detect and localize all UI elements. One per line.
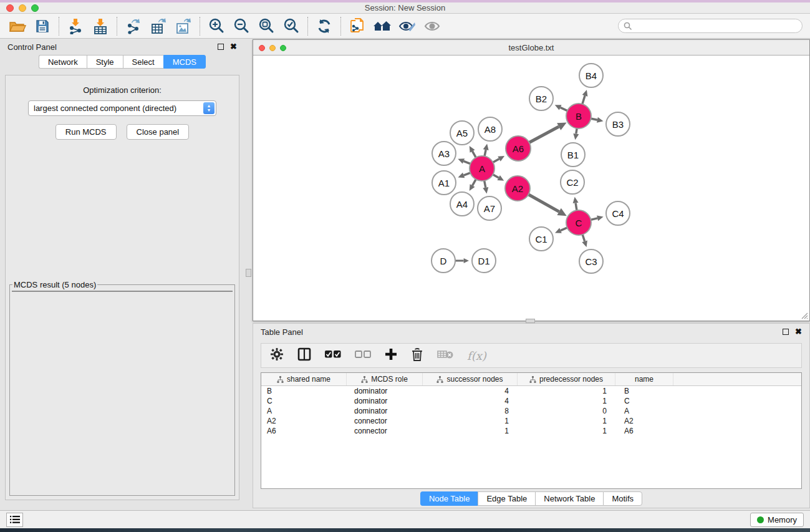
- vertical-divider-grip[interactable]: [246, 269, 251, 277]
- table-cell[interactable]: connector: [347, 426, 423, 436]
- zoom-in-button[interactable]: [204, 16, 229, 37]
- table-row[interactable]: Cdominator41C: [261, 396, 801, 406]
- show-all-networks-button[interactable]: [370, 16, 395, 37]
- optimization-criterion-select[interactable]: largest connected component (directed) ▲…: [28, 100, 216, 116]
- export-image-button[interactable]: [171, 16, 196, 37]
- show-graphics-details-button[interactable]: [420, 16, 445, 37]
- close-panel-icon[interactable]: ✖: [230, 44, 237, 50]
- table-row[interactable]: Bdominator41B: [261, 386, 801, 396]
- unselect-all-columns-button[interactable]: [355, 350, 371, 361]
- table-cell[interactable]: dominator: [347, 406, 423, 416]
- zoom-window-button[interactable]: [31, 4, 39, 12]
- table-cell[interactable]: 1: [518, 426, 615, 436]
- search-input[interactable]: [635, 22, 797, 31]
- control-tab-select[interactable]: Select: [123, 55, 163, 69]
- table-cell[interactable]: 4: [423, 386, 518, 396]
- memory-button[interactable]: Memory: [750, 513, 804, 527]
- delete-columns-button[interactable]: [411, 347, 423, 364]
- table-cell[interactable]: 0: [518, 406, 615, 416]
- close-panel-button[interactable]: Close panel: [127, 124, 190, 140]
- network-close-button[interactable]: [259, 45, 265, 51]
- table-cell[interactable]: C: [615, 396, 673, 406]
- zoom-fit-button[interactable]: [254, 16, 279, 37]
- float-panel-icon[interactable]: [218, 44, 224, 50]
- table-cell[interactable]: A2: [615, 416, 673, 426]
- network-graph[interactable]: AA1A2A3A4A5A6A7A8BB1B2B3B4CC1C2C3C4DD1: [253, 56, 809, 321]
- table-cell[interactable]: 1: [423, 426, 518, 436]
- table-cell[interactable]: C: [261, 396, 347, 406]
- column-header-label: name: [635, 375, 653, 384]
- table-cell[interactable]: A: [615, 406, 673, 416]
- function-builder-button[interactable]: f(x): [467, 349, 486, 362]
- table-cell[interactable]: 4: [423, 396, 518, 406]
- table-cell[interactable]: 1: [518, 386, 615, 396]
- close-window-button[interactable]: [6, 4, 14, 12]
- table-tab-motifs[interactable]: Motifs: [603, 491, 642, 506]
- delete-table-button[interactable]: [437, 349, 453, 362]
- create-column-button[interactable]: [385, 348, 397, 363]
- export-table-button[interactable]: [146, 16, 171, 37]
- table-cell[interactable]: 1: [518, 416, 615, 426]
- toolbar-search[interactable]: [618, 19, 803, 33]
- table-cell[interactable]: A: [261, 406, 347, 416]
- edge-arrowhead: [483, 144, 489, 151]
- table-panel: Table Panel ✖: [253, 323, 810, 508]
- table-cell[interactable]: connector: [347, 416, 423, 426]
- zoom-selected-button[interactable]: [279, 16, 304, 37]
- graph-node-label: B3: [612, 119, 624, 130]
- table-row[interactable]: Adominator80A: [261, 406, 801, 416]
- toolbar-separator: [200, 17, 200, 36]
- mcds-result-list[interactable]: A2ABCA6: [12, 291, 233, 292]
- task-history-button[interactable]: [6, 513, 23, 527]
- table-cell[interactable]: dominator: [347, 396, 423, 406]
- import-table-button[interactable]: [88, 16, 113, 37]
- table-cell[interactable]: 1: [518, 396, 615, 406]
- control-tab-mcds[interactable]: MCDS: [163, 55, 206, 69]
- column-header-predecessor-nodes[interactable]: predecessor nodes: [518, 373, 615, 385]
- show-column-button[interactable]: [297, 347, 311, 364]
- network-window-titlebar[interactable]: testGlobe.txt: [253, 40, 809, 56]
- table-cell[interactable]: 8: [423, 406, 518, 416]
- control-tab-style[interactable]: Style: [87, 55, 123, 69]
- float-table-panel-icon[interactable]: [783, 329, 789, 335]
- select-all-columns-button[interactable]: [325, 350, 341, 361]
- table-settings-button[interactable]: [270, 347, 284, 364]
- table-tab-network-table[interactable]: Network Table: [535, 491, 603, 506]
- table-cell[interactable]: A6: [615, 426, 673, 436]
- refresh-button[interactable]: [312, 16, 337, 37]
- run-mcds-button[interactable]: Run MCDS: [55, 124, 117, 140]
- open-session-button[interactable]: [5, 16, 30, 37]
- column-header-successor-nodes[interactable]: successor nodes: [423, 373, 518, 385]
- zoom-in-icon: [208, 17, 225, 34]
- column-header-shared-name[interactable]: shared name: [261, 373, 347, 385]
- network-canvas[interactable]: AA1A2A3A4A5A6A7A8BB1B2B3B4CC1C2C3C4DD1: [253, 56, 809, 321]
- save-session-button[interactable]: [30, 16, 55, 37]
- refresh-icon: [316, 18, 332, 34]
- import-network-button[interactable]: [63, 16, 88, 37]
- table-tab-node-table[interactable]: Node Table: [420, 491, 478, 506]
- mcds-result-item[interactable]: A2: [12, 291, 232, 292]
- table-cell[interactable]: B: [615, 386, 673, 396]
- hide-labels-button[interactable]: [395, 16, 420, 37]
- network-minimize-button[interactable]: [269, 45, 276, 51]
- table-row[interactable]: A6connector11A6: [261, 426, 801, 436]
- edge-arrowhead: [483, 187, 488, 193]
- control-tab-network[interactable]: Network: [39, 55, 87, 69]
- table-cell[interactable]: A2: [261, 416, 347, 426]
- table-row[interactable]: A2connector11A2: [261, 416, 801, 426]
- table-tab-edge-table[interactable]: Edge Table: [478, 491, 535, 506]
- zoom-out-button[interactable]: [229, 16, 254, 37]
- window-resize-grip[interactable]: [801, 312, 808, 319]
- network-zoom-button[interactable]: [280, 45, 286, 51]
- close-table-panel-icon[interactable]: ✖: [795, 329, 802, 335]
- table-cell[interactable]: A6: [261, 426, 347, 436]
- column-header-MCDS-role[interactable]: MCDS role: [347, 373, 423, 385]
- column-header-name[interactable]: name: [615, 373, 673, 385]
- minimize-window-button[interactable]: [19, 4, 26, 12]
- export-network-button[interactable]: [121, 16, 146, 37]
- table-cell[interactable]: B: [261, 386, 347, 396]
- new-network-from-file-button[interactable]: [345, 16, 370, 37]
- table-cell[interactable]: dominator: [347, 386, 423, 396]
- table-cell[interactable]: 1: [423, 416, 518, 426]
- horizontal-divider-grip[interactable]: [526, 319, 535, 323]
